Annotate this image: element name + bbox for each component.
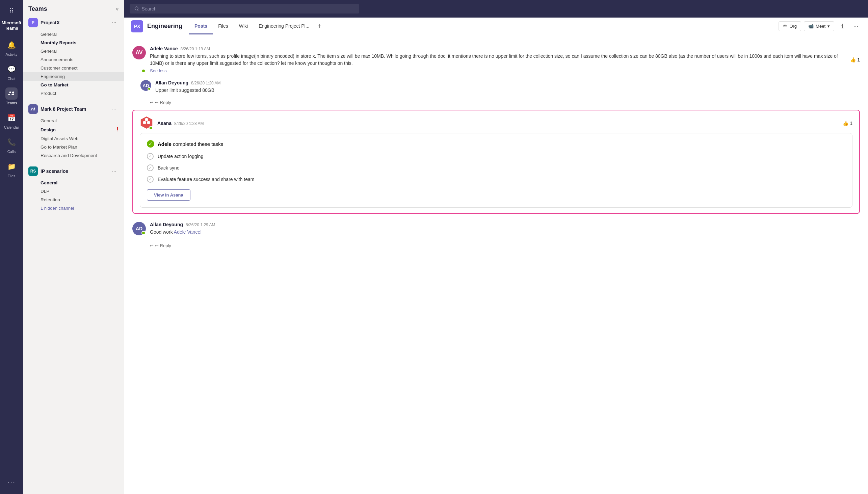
reply-label-last: ↩ Reply xyxy=(155,243,171,248)
task-check-3: ✓ xyxy=(147,176,154,183)
allan-last-content: Allan Deyoung 8/26/20 1:29 AM Good work … xyxy=(150,222,860,236)
channel-hidden[interactable]: 1 hidden channel xyxy=(23,204,124,212)
channel-customer-connect[interactable]: Customer connect xyxy=(23,64,124,72)
task-3: ✓ Evaluate feature success and share wit… xyxy=(147,176,845,183)
reply-icon-last: ↩ xyxy=(150,243,154,248)
tab-posts[interactable]: Posts xyxy=(189,18,213,35)
task-3-label: Evaluate feature success and share with … xyxy=(158,176,254,182)
more-options-button[interactable]: ··· xyxy=(850,21,861,32)
org-label: Org xyxy=(789,24,797,29)
channel-rd[interactable]: Research and Development xyxy=(23,151,124,160)
asana-message: Asana 8/26/20 1:28 AM 👍 1 ✓ Adele comple… xyxy=(132,110,860,214)
completed-tasks-label: completed these tasks xyxy=(173,141,223,147)
channel-actions: 👁 Org 📹 Meet ▾ ℹ ··· xyxy=(778,21,861,32)
rail-activity[interactable]: 🔔 Activity xyxy=(0,36,23,59)
channel-monthly-reports[interactable]: Monthly Reports xyxy=(23,38,124,47)
reply-label-1: ↩ Reply xyxy=(155,100,171,105)
org-icon: 👁 xyxy=(783,24,787,29)
message-allan-row: AD Allan Deyoung 8/26/20 1:29 AM Good wo… xyxy=(132,218,860,240)
rail-files-label: Files xyxy=(7,174,15,178)
sidebar-title: Teams xyxy=(28,5,47,13)
adele-status xyxy=(141,69,146,73)
channel-goto-market[interactable]: Go to Market xyxy=(23,81,124,89)
search-box[interactable] xyxy=(130,4,359,14)
sidebar-header: Teams ▿ xyxy=(23,0,124,15)
rail-files[interactable]: 📁 Files xyxy=(0,158,23,180)
channel-goto-market-plan[interactable]: Go to Market Plan xyxy=(23,143,124,151)
filter-icon[interactable]: ▿ xyxy=(116,6,118,12)
team-projectx-more[interactable]: ··· xyxy=(110,19,118,26)
allan-last-avatar-wrap: AD xyxy=(132,222,146,236)
meet-button[interactable]: 📹 Meet ▾ xyxy=(804,21,834,31)
chat-area: AV Adele Vance 8/26/20 1:19 AM Planning … xyxy=(124,35,868,494)
team-mark8-avatar xyxy=(28,104,38,114)
asana-card: ✓ Adele completed these tasks ✓ Update a… xyxy=(140,133,852,208)
channel-design[interactable]: Design! xyxy=(23,125,124,134)
reply-allan: AD Allan Deyoung 8/26/20 1:20 AM Upper l… xyxy=(132,77,860,97)
team-mark8-header[interactable]: Mark 8 Project Team ··· xyxy=(23,102,124,116)
top-bar xyxy=(124,0,868,18)
channel-engineering[interactable]: Engineering xyxy=(23,72,124,81)
rail-chat-label: Chat xyxy=(7,77,15,81)
adele-reaction-icon: 👍 xyxy=(850,57,856,62)
channel-general-mark8[interactable]: General xyxy=(23,116,124,125)
channel-general-px[interactable]: General xyxy=(23,30,124,38)
adele-avatar: AV xyxy=(132,46,146,59)
adele-reaction: 👍 1 xyxy=(850,46,860,73)
org-button[interactable]: 👁 Org xyxy=(778,21,801,31)
allan-text: Upper limit suggested 80GB xyxy=(155,87,220,94)
left-rail: ⠿ Microsoft Teams 🔔 Activity 💬 Chat Team… xyxy=(0,0,23,494)
team-ipscenarios-header[interactable]: RS IP scenarios ··· xyxy=(23,164,124,178)
view-asana-button[interactable]: View in Asana xyxy=(147,189,190,201)
channel-dlp[interactable]: DLP xyxy=(23,187,124,195)
team-ipscenarios-more[interactable]: ··· xyxy=(110,168,118,175)
channel-product[interactable]: Product xyxy=(23,89,124,98)
see-less-link[interactable]: See less xyxy=(150,68,846,73)
reply-button-last[interactable]: ↩ ↩ Reply xyxy=(132,243,860,249)
asana-reaction-count: 1 xyxy=(850,120,852,126)
files-icon: 📁 xyxy=(5,160,18,173)
adele-message-content: Adele Vance 8/26/20 1:19 AM Planning to … xyxy=(150,46,846,73)
tab-engineering-project[interactable]: Engineering Project Pl... xyxy=(253,18,315,35)
channel-announcements[interactable]: Announcements xyxy=(23,55,124,64)
channel-digital-assets[interactable]: Digital Assets Web xyxy=(23,134,124,143)
asana-completed-row: ✓ Adele completed these tasks xyxy=(147,140,845,148)
rail-teams-label: Teams xyxy=(6,101,17,105)
tab-add-icon[interactable]: + xyxy=(315,18,324,34)
channel-general2-px[interactable]: General xyxy=(23,47,124,55)
meet-label: Meet xyxy=(816,24,826,29)
reply-button-1[interactable]: ↩ ↩ Reply xyxy=(132,99,860,106)
channel-general-ip[interactable]: General xyxy=(23,178,124,187)
calls-icon: 📞 xyxy=(5,136,18,148)
completed-check-icon: ✓ xyxy=(147,140,154,148)
app-grid-icon[interactable]: ⠿ xyxy=(5,3,18,19)
tab-wiki[interactable]: Wiki xyxy=(234,18,253,35)
adele-reaction-count: 1 xyxy=(857,57,860,62)
rail-calendar-label: Calendar xyxy=(4,125,19,129)
team-mark8-more[interactable]: ··· xyxy=(110,106,118,113)
info-button[interactable]: ℹ xyxy=(837,21,848,32)
rail-activity-label: Activity xyxy=(6,52,18,56)
rail-calendar[interactable]: 📅 Calendar xyxy=(0,109,23,132)
asana-author-row: Asana 8/26/20 1:28 AM xyxy=(157,120,204,126)
good-work-text: Good work xyxy=(150,229,174,235)
asana-completed-text: Adele completed these tasks xyxy=(158,141,223,147)
team-projectx-name: ProjectX xyxy=(40,20,108,25)
team-projectx-avatar: P xyxy=(28,18,38,27)
team-projectx-header[interactable]: P ProjectX ··· xyxy=(23,15,124,30)
task-check-1: ✓ xyxy=(147,153,154,160)
rail-chat[interactable]: 💬 Chat xyxy=(0,60,23,83)
rail-calls[interactable]: 📞 Calls xyxy=(0,133,23,156)
channel-header: PX Engineering Posts Files Wiki Engineer… xyxy=(124,18,868,35)
tab-files[interactable]: Files xyxy=(213,18,234,35)
message-adele-row: AV Adele Vance 8/26/20 1:19 AM Planning … xyxy=(132,42,860,77)
rail-teams[interactable]: Teams xyxy=(0,85,23,108)
mark8-channels: General Design! Digital Assets Web Go to… xyxy=(23,116,124,163)
message-adele: AV Adele Vance 8/26/20 1:19 AM Planning … xyxy=(132,42,860,106)
adele-mention[interactable]: Adele Vance! xyxy=(174,229,201,235)
asana-completed-by: Adele xyxy=(158,141,172,147)
asana-reaction: 👍 1 xyxy=(843,120,852,126)
search-input[interactable] xyxy=(141,6,355,12)
channel-retention[interactable]: Retention xyxy=(23,195,124,204)
rail-more[interactable]: ··· xyxy=(0,474,23,491)
